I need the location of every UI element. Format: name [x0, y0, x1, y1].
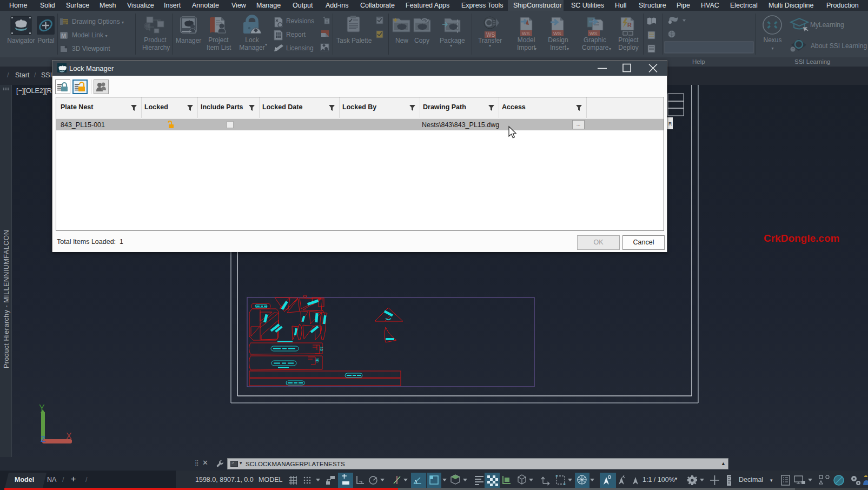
svg-text:3D: 3D — [315, 358, 319, 363]
svg-text:3D: 3D — [320, 347, 323, 352]
svg-text:Z: Z — [41, 434, 45, 443]
svg-text:WS: WS — [589, 31, 598, 36]
svg-text:X: X — [66, 432, 72, 441]
svg-text:R: R — [627, 22, 632, 28]
svg-text:WS: WS — [522, 31, 530, 36]
svg-text:M: M — [61, 32, 66, 39]
svg-text:Y: Y — [39, 403, 45, 413]
svg-text:WS: WS — [553, 31, 561, 36]
svg-text:R: R — [668, 121, 672, 127]
